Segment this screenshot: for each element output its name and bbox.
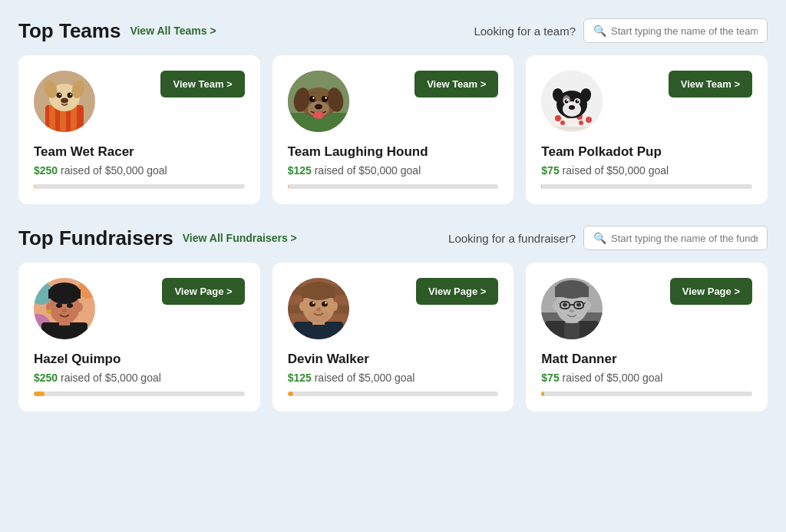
svg-point-11 bbox=[70, 94, 71, 95]
teams-looking-label: Looking for a team? bbox=[474, 25, 576, 38]
fundraiser-card-3-raised-label: raised of bbox=[563, 372, 607, 384]
fundraiser-card-3-progress-container bbox=[541, 392, 752, 396]
team-card-3-goal: $50,000 goal bbox=[606, 164, 669, 177]
teams-header-left: Top Teams View All Teams > bbox=[18, 19, 216, 43]
fundraiser-card-3: View Page > Matt Danner $75 raised of $5… bbox=[526, 263, 768, 411]
view-fundraiser-2-button[interactable]: View Page > bbox=[416, 278, 498, 305]
svg-point-9 bbox=[68, 93, 73, 98]
team-card-1-raised: $250 raised of $50,000 goal bbox=[34, 164, 245, 177]
view-fundraiser-3-button[interactable]: View Page > bbox=[670, 278, 752, 305]
view-all-teams-link[interactable]: View All Teams > bbox=[130, 25, 216, 37]
fundraiser-card-2-name: Devin Walker bbox=[288, 352, 499, 367]
view-team-3-button[interactable]: View Team > bbox=[669, 71, 752, 97]
team-card-2-top: View Team > bbox=[288, 71, 499, 132]
teams-search-input[interactable] bbox=[611, 25, 758, 37]
fundraiser-card-2-progress-bar bbox=[288, 392, 293, 396]
fundraisers-section: Top Fundraisers View All Fundraisers > L… bbox=[18, 226, 768, 411]
fundraiser-card-3-raised: $75 raised of $5,000 goal bbox=[541, 372, 752, 384]
svg-point-8 bbox=[57, 93, 62, 98]
fundraiser-card-1: View Page > Hazel Quimpo $250 raised of … bbox=[18, 263, 260, 411]
teams-header-right: Looking for a team? 🔍 bbox=[474, 18, 768, 43]
fundraiser-card-2-raised-label: raised of bbox=[315, 372, 359, 384]
team-card-3-top: View Team > bbox=[541, 71, 752, 132]
teams-search-box: 🔍 bbox=[583, 18, 768, 43]
view-all-fundraisers-link[interactable]: View All Fundraisers > bbox=[183, 232, 297, 244]
fundraiser-card-2-amount: $125 bbox=[288, 372, 312, 384]
team-card-1: View Team > Team Wet Racer $250 raised o… bbox=[18, 55, 260, 204]
svg-point-40 bbox=[565, 100, 569, 104]
svg-point-23 bbox=[325, 97, 326, 98]
view-team-2-button[interactable]: View Team > bbox=[414, 71, 498, 97]
fundraiser-card-1-top: View Page > bbox=[34, 278, 245, 339]
fundraiser-card-1-raised: $250 raised of $5,000 goal bbox=[34, 372, 245, 384]
team-card-3-progress-container bbox=[541, 184, 752, 189]
teams-cards-grid: View Team > Team Wet Racer $250 raised o… bbox=[18, 55, 768, 204]
svg-point-42 bbox=[566, 100, 568, 101]
team-card-1-amount: $250 bbox=[34, 164, 58, 177]
team-card-3-raised: $75 raised of $50,000 goal bbox=[541, 164, 752, 177]
svg-point-99 bbox=[576, 303, 581, 307]
search-icon: 🔍 bbox=[593, 25, 606, 37]
view-team-1-button[interactable]: View Team > bbox=[160, 71, 244, 97]
svg-point-58 bbox=[47, 309, 51, 314]
svg-point-97 bbox=[585, 301, 591, 310]
fundraiser-card-2-progress-container bbox=[288, 392, 499, 396]
svg-rect-55 bbox=[48, 289, 81, 299]
svg-point-100 bbox=[570, 309, 574, 312]
svg-point-76 bbox=[332, 302, 338, 311]
teams-title: Top Teams bbox=[18, 19, 121, 43]
fundraiser-card-1-progress-container bbox=[34, 392, 245, 396]
fundraiser-card-3-progress-bar bbox=[541, 392, 544, 396]
fundraiser-card-2-top: View Page > bbox=[288, 278, 499, 339]
fundraiser-card-3-amount: $75 bbox=[541, 372, 559, 384]
svg-point-32 bbox=[586, 117, 592, 123]
fundraisers-header-left: Top Fundraisers View All Fundraisers > bbox=[18, 226, 297, 250]
svg-point-61 bbox=[62, 309, 67, 312]
svg-point-80 bbox=[325, 302, 326, 303]
svg-point-46 bbox=[569, 105, 575, 110]
svg-point-79 bbox=[312, 302, 314, 303]
team-card-3-raised-label: raised of bbox=[563, 164, 607, 177]
svg-point-75 bbox=[299, 302, 305, 311]
svg-point-22 bbox=[312, 97, 314, 98]
fundraiser-card-2-avatar bbox=[288, 278, 349, 339]
team-card-3-avatar bbox=[541, 71, 603, 132]
fundraisers-search-input[interactable] bbox=[611, 233, 758, 244]
team-card-3: View Team > Team Polkadot Pup $75 raised… bbox=[526, 55, 768, 204]
svg-rect-2 bbox=[49, 105, 55, 132]
svg-rect-86 bbox=[564, 321, 580, 339]
fundraisers-looking-label: Looking for a fundraiser? bbox=[448, 232, 576, 245]
team-card-2-raised-label: raised of bbox=[315, 164, 359, 177]
fundraiser-card-3-goal: $5,000 goal bbox=[606, 372, 662, 384]
team-card-3-amount: $75 bbox=[541, 164, 559, 177]
teams-section: Top Teams View All Teams > Looking for a… bbox=[18, 18, 768, 204]
svg-point-96 bbox=[553, 301, 559, 310]
view-fundraiser-1-button[interactable]: View Page > bbox=[162, 278, 244, 305]
fundraisers-cards-grid: View Page > Hazel Quimpo $250 raised of … bbox=[18, 263, 768, 411]
fundraiser-card-1-raised-label: raised of bbox=[61, 372, 105, 384]
team-card-1-goal: $50,000 goal bbox=[105, 164, 167, 177]
svg-point-20 bbox=[309, 96, 315, 102]
fundraiser-card-1-goal: $5,000 goal bbox=[105, 372, 161, 384]
teams-section-header: Top Teams View All Teams > Looking for a… bbox=[18, 18, 768, 43]
svg-point-78 bbox=[322, 302, 328, 307]
fundraisers-header-right: Looking for a fundraiser? 🔍 bbox=[448, 226, 768, 250]
svg-point-98 bbox=[563, 303, 567, 307]
team-card-2-raised: $125 raised of $50,000 goal bbox=[288, 164, 499, 177]
svg-point-60 bbox=[67, 303, 73, 308]
fundraiser-card-1-progress-bar bbox=[34, 392, 45, 396]
svg-point-59 bbox=[56, 303, 62, 308]
team-card-2-progress-container bbox=[288, 184, 499, 189]
fundraisers-title: Top Fundraisers bbox=[18, 226, 173, 250]
svg-point-12 bbox=[61, 98, 68, 104]
fundraiser-card-2-raised: $125 raised of $5,000 goal bbox=[288, 372, 499, 384]
fundraiser-card-1-avatar bbox=[34, 278, 95, 339]
team-card-3-name: Team Polkadot Pup bbox=[541, 144, 752, 160]
team-card-2-progress-bar bbox=[288, 184, 289, 189]
team-card-2-name: Team Laughing Hound bbox=[288, 144, 499, 160]
fundraiser-card-3-name: Matt Danner bbox=[541, 352, 752, 367]
fundraisers-search-box: 🔍 bbox=[583, 226, 768, 250]
svg-rect-90 bbox=[555, 286, 589, 297]
team-card-1-name: Team Wet Racer bbox=[34, 144, 245, 160]
fundraiser-card-2-goal: $5,000 goal bbox=[358, 372, 414, 384]
